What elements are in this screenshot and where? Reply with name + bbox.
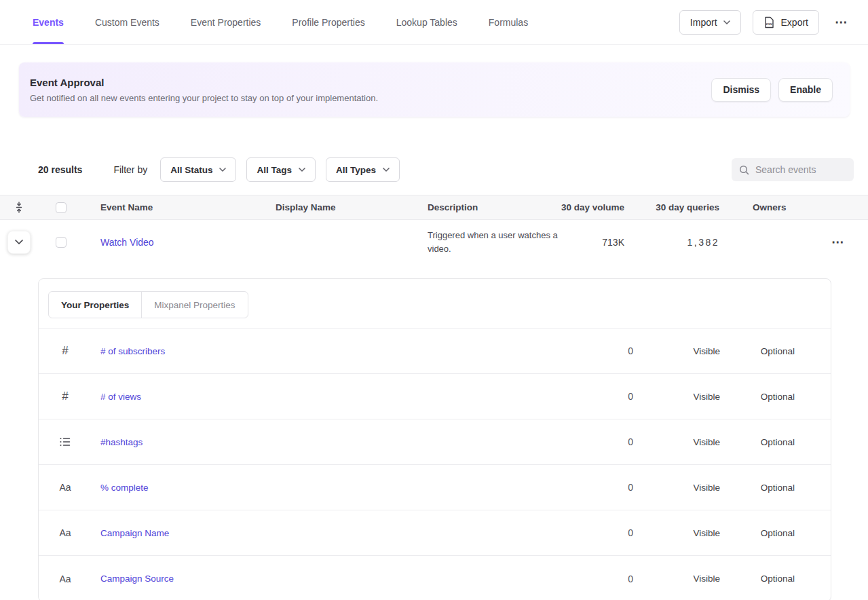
event-approval-banner: Event Approval Get notified on all new e…: [19, 62, 850, 117]
property-row: Aa Campaign Name 0 Visible Optional: [39, 510, 831, 556]
properties-panel: Your Properties Mixpanel Properties # # …: [38, 278, 831, 600]
nav-actions: Import csv Export ⋯: [679, 10, 852, 35]
property-visibility: Visible: [633, 346, 720, 356]
property-volume: 0: [565, 482, 633, 493]
search-icon: [739, 165, 749, 175]
types-filter-label: All Types: [336, 165, 376, 175]
dismiss-button[interactable]: Dismiss: [711, 78, 771, 102]
property-name-link[interactable]: Campaign Name: [100, 528, 565, 538]
property-visibility: Visible: [633, 437, 720, 447]
import-label: Import: [690, 17, 717, 28]
column-event-name[interactable]: Event Name: [68, 202, 243, 212]
tab-custom-events[interactable]: Custom Events: [95, 0, 159, 44]
banner-text: Event Approval Get notified on all new e…: [30, 77, 711, 103]
chevron-down-icon: [383, 168, 390, 172]
text-icon: Aa: [58, 527, 73, 538]
property-requirement: Optional: [720, 346, 795, 356]
column-30-day-queries[interactable]: 30 day queries: [624, 202, 719, 212]
row-checkbox[interactable]: [56, 237, 67, 248]
property-name-link[interactable]: # of subscribers: [100, 346, 565, 356]
property-row: # # of views 0 Visible Optional: [39, 374, 831, 419]
property-row: # # of subscribers 0 Visible Optional: [39, 329, 831, 374]
property-requirement: Optional: [720, 574, 795, 584]
volume-value: 713K: [602, 237, 624, 248]
number-icon: #: [58, 344, 73, 358]
property-visibility: Visible: [633, 574, 720, 584]
list-icon: [58, 437, 73, 447]
number-icon: #: [58, 390, 73, 403]
export-button[interactable]: csv Export: [753, 10, 819, 35]
import-button[interactable]: Import: [679, 10, 741, 35]
export-label: Export: [781, 17, 808, 28]
properties-segmented-control: Your Properties Mixpanel Properties: [48, 291, 248, 318]
column-display-name[interactable]: Display Name: [243, 202, 395, 212]
row-expand-toggle[interactable]: [7, 231, 31, 254]
event-description: Triggered when a user watches a video.: [428, 230, 558, 254]
property-visibility: Visible: [633, 528, 720, 538]
property-visibility: Visible: [633, 392, 720, 402]
banner-actions: Dismiss Enable: [711, 78, 833, 102]
property-row: Aa % complete 0 Visible Optional: [39, 465, 831, 510]
property-volume: 0: [565, 391, 633, 402]
tab-profile-properties[interactable]: Profile Properties: [292, 0, 364, 44]
filter-bar: 20 results Filter by All Status All Tags…: [38, 157, 854, 182]
property-requirement: Optional: [720, 392, 795, 402]
property-volume: 0: [565, 345, 633, 356]
property-requirement: Optional: [720, 483, 795, 493]
property-visibility: Visible: [633, 483, 720, 493]
tab-mixpanel-properties[interactable]: Mixpanel Properties: [142, 292, 247, 318]
events-table-header: Event Name Display Name Description 30 d…: [0, 195, 868, 220]
tab-event-properties[interactable]: Event Properties: [191, 0, 261, 44]
properties-tab-bar: Your Properties Mixpanel Properties: [39, 279, 831, 329]
csv-file-icon: csv: [763, 16, 775, 29]
select-all-checkbox[interactable]: [56, 202, 67, 213]
chevron-down-icon: [219, 168, 226, 172]
column-description[interactable]: Description: [395, 202, 558, 212]
tab-lookup-tables[interactable]: Lookup Tables: [396, 0, 457, 44]
search-input[interactable]: [755, 164, 846, 175]
enable-button[interactable]: Enable: [778, 78, 833, 102]
collapse-all-icon[interactable]: [0, 202, 38, 213]
property-row: Aa Campaign Source 0 Visible Optional: [39, 556, 831, 600]
text-icon: Aa: [58, 482, 73, 493]
svg-text:csv: csv: [766, 21, 772, 25]
queries-value: 1,382: [687, 237, 719, 248]
chevron-down-icon: [299, 168, 305, 172]
property-row: #hashtags 0 Visible Optional: [39, 419, 831, 465]
filter-dropdowns: All Status All Tags All Types: [160, 157, 400, 182]
tab-your-properties[interactable]: Your Properties: [49, 292, 142, 318]
nav-more-button[interactable]: ⋯: [831, 16, 852, 29]
property-volume: 0: [565, 527, 633, 538]
status-filter-dropdown[interactable]: All Status: [160, 157, 236, 182]
chevron-down-icon: [15, 240, 23, 244]
property-volume: 0: [565, 574, 633, 584]
row-more-button[interactable]: ⋯: [827, 236, 848, 248]
filter-by-label: Filter by: [113, 164, 147, 175]
property-requirement: Optional: [720, 437, 795, 447]
types-filter-dropdown[interactable]: All Types: [326, 157, 400, 182]
text-icon: Aa: [58, 574, 73, 584]
search-box: [732, 158, 854, 181]
tab-events[interactable]: Events: [33, 0, 64, 44]
property-name-link[interactable]: Campaign Source: [100, 574, 565, 584]
property-name-link[interactable]: # of views: [100, 392, 565, 402]
results-count: 20 results: [38, 164, 82, 175]
banner-title: Event Approval: [30, 77, 711, 88]
tags-filter-dropdown[interactable]: All Tags: [246, 157, 316, 182]
property-name-link[interactable]: % complete: [100, 483, 565, 493]
nav-tabs: Events Custom Events Event Properties Pr…: [33, 0, 528, 44]
column-owners[interactable]: Owners: [719, 202, 820, 212]
event-name-link[interactable]: Watch Video: [100, 237, 154, 248]
property-name-link[interactable]: #hashtags: [100, 437, 565, 447]
status-filter-label: All Status: [170, 165, 212, 175]
chevron-down-icon: [723, 20, 730, 24]
top-navigation: Events Custom Events Event Properties Pr…: [0, 0, 868, 45]
column-30-day-volume[interactable]: 30 day volume: [558, 202, 624, 212]
property-volume: 0: [565, 436, 633, 447]
tab-formulas[interactable]: Formulas: [489, 0, 528, 44]
property-requirement: Optional: [720, 528, 795, 538]
tags-filter-label: All Tags: [257, 165, 292, 175]
banner-description: Get notified on all new events entering …: [30, 93, 711, 103]
table-row-watch-video: Watch Video Triggered when a user watche…: [0, 220, 868, 264]
